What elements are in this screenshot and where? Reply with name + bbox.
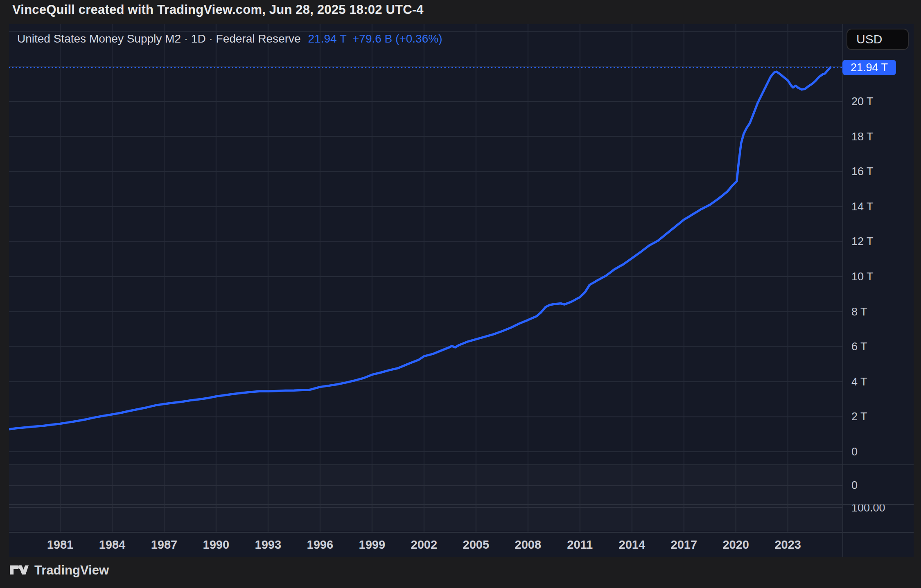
y-axis-label: 16 T [851, 165, 874, 178]
x-axis-label: 2008 [515, 538, 542, 552]
x-axis-label: 1987 [151, 538, 178, 552]
pane-separator-2[interactable] [9, 504, 914, 505]
y-axis-label: 20 T [851, 95, 874, 108]
x-axis-label: 2011 [567, 538, 593, 552]
time-scale[interactable]: 1981198419871990199319961999200220052008… [9, 532, 842, 557]
pane-separator-1[interactable] [9, 464, 914, 465]
x-axis-label: 1990 [203, 538, 230, 552]
sub-pane-2-tick-label: 100.00 [851, 505, 885, 514]
x-axis-label: 2023 [774, 538, 801, 552]
y-axis-label: 2 T [851, 410, 867, 423]
y-axis-label: 4 T [851, 375, 867, 388]
y-axis-label: 6 T [851, 340, 867, 353]
x-axis-label: 1981 [47, 538, 74, 552]
x-axis-label: 2005 [463, 538, 490, 552]
y-axis-label: 14 T [851, 200, 874, 213]
y-axis-label: 8 T [851, 305, 867, 318]
x-axis-label: 2014 [619, 538, 646, 552]
symbol-change: +79.6 B (+0.36%) [352, 32, 442, 45]
sub-pane-2-tick-clip: 100.00 [851, 505, 885, 531]
tradingview-logo-text: TradingView [34, 563, 109, 578]
x-axis-label: 2002 [411, 538, 438, 552]
symbol-title[interactable]: United States Money Supply M2 · 1D · Fed… [17, 32, 301, 45]
x-axis-label: 1999 [359, 538, 386, 552]
x-axis-label: 1996 [307, 538, 334, 552]
y-axis-label: 12 T [851, 235, 874, 248]
currency-toggle-button[interactable]: USD [847, 29, 909, 50]
chart-widget: United States Money Supply M2 · 1D · Fed… [9, 24, 914, 557]
last-price-badge: 21.94 T [842, 60, 896, 75]
tradingview-logo[interactable]: TradingView [10, 563, 109, 578]
x-axis-label: 1984 [99, 538, 126, 552]
currency-toggle-label: USD [856, 32, 882, 46]
tradingview-logo-icon [10, 565, 29, 577]
last-price-badge-label: 21.94 T [851, 61, 888, 74]
screenshot-root: VinceQuill created with TradingView.com,… [0, 0, 921, 588]
x-axis-label: 1993 [255, 538, 282, 552]
sub-pane-1-tick-label: 0 [851, 479, 858, 492]
m2-series-line [9, 68, 830, 429]
symbol-last-value: 21.94 T [308, 32, 347, 45]
indicator-pane-1[interactable] [9, 464, 842, 504]
y-axis-label: 0 [851, 446, 858, 458]
price-scale[interactable]: USD 21.94 T 0 100.00 02 T4 T6 T8 T10 T12… [843, 24, 914, 557]
y-axis-label: 10 T [851, 270, 874, 283]
y-axis-label: 18 T [851, 130, 874, 143]
watermark-header: VinceQuill created with TradingView.com,… [12, 2, 424, 17]
x-axis-label: 2020 [722, 538, 749, 552]
chart-legend: United States Money Supply M2 · 1D · Fed… [17, 32, 442, 45]
indicator-pane-2[interactable] [9, 504, 842, 531]
x-axis-label: 2017 [671, 538, 698, 552]
